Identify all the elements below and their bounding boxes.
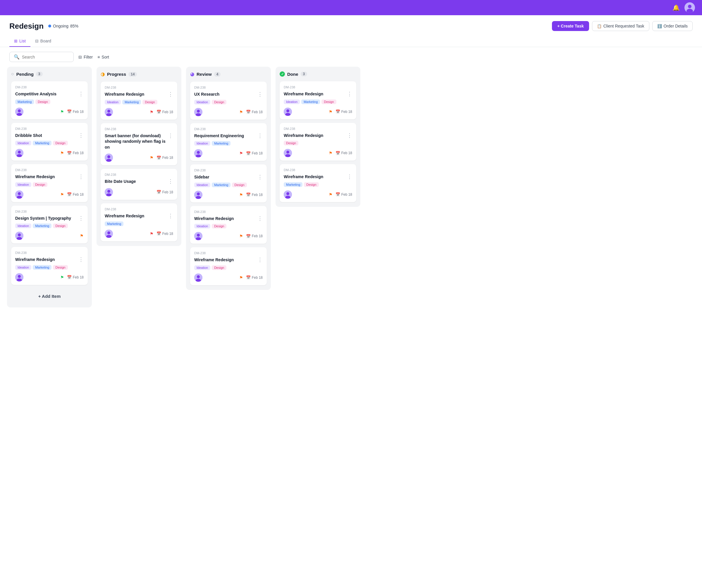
status-dot	[48, 25, 51, 27]
create-task-button[interactable]: + Create Task	[552, 21, 589, 31]
card-title: Wireframe Redesign	[105, 92, 144, 97]
column-count-done: 3	[301, 72, 308, 76]
calendar-icon: 📅	[246, 193, 251, 197]
tab-list[interactable]: ⊞ List	[9, 36, 30, 47]
card-id: DM-238	[105, 207, 173, 211]
task-card: DM-238 Competitive Analysis ⋮ MarketingD…	[11, 81, 88, 119]
tag-design: Design	[212, 224, 226, 228]
task-card: DM-238 Wireframe Redesign ⋮ IdeationMark…	[101, 82, 177, 120]
card-menu-button[interactable]: ⋮	[257, 174, 263, 180]
tag-design: Design	[232, 183, 247, 187]
search-box[interactable]: 🔍	[9, 52, 74, 62]
svg-point-52	[286, 192, 289, 195]
card-footer: ⚑ 📅Feb 18	[194, 108, 263, 116]
card-tags: IdeationMarketing	[194, 141, 263, 146]
card-title: Wireframe Redesign	[284, 91, 323, 97]
card-menu-button[interactable]: ⋮	[257, 133, 263, 138]
top-bar: 🔔	[0, 0, 702, 15]
card-id: DM-238	[284, 168, 352, 172]
briefcase-icon: 📋	[597, 24, 602, 28]
card-menu-button[interactable]: ⋮	[347, 174, 352, 179]
date-badge: 📅Feb 18	[156, 110, 173, 114]
tag-ideation: Ideation	[15, 141, 31, 145]
status-done-icon: ✓	[279, 72, 285, 77]
task-card: DM-238 Wireframe Redesign ⋮ IdeationDesi…	[190, 206, 267, 244]
column-title-review: Review	[197, 72, 212, 77]
card-meta: ⚑	[80, 233, 84, 238]
card-title-row: Wireframe Redesign ⋮	[105, 92, 173, 97]
tag-design: Design	[53, 265, 68, 270]
header-top: Redesign Ongoing 85% + Create Task 📋 Cli…	[9, 21, 693, 31]
card-title-row: Wireframe Redesign ⋮	[194, 257, 263, 263]
card-avatar	[15, 191, 23, 199]
card-menu-button[interactable]: ⋮	[347, 91, 352, 97]
card-title: Smart banner (for download) showing rand…	[105, 133, 165, 150]
project-title: Redesign	[9, 22, 43, 31]
column-title-progress: Progress	[107, 72, 126, 77]
flag-icon: ⚑	[239, 151, 243, 156]
task-card: DM-238 Design System | Typography ⋮ Idea…	[11, 206, 88, 244]
card-menu-button[interactable]: ⋮	[257, 92, 263, 97]
card-menu-button[interactable]: ⋮	[78, 133, 84, 138]
status-percent: 85%	[70, 24, 78, 28]
tag-marketing: Marketing	[33, 141, 51, 145]
card-id: DM-238	[15, 86, 84, 89]
card-avatar	[105, 153, 113, 162]
notification-icon[interactable]: 🔔	[673, 4, 680, 11]
card-avatar	[15, 108, 23, 116]
column-title-done: Done	[287, 72, 298, 77]
card-menu-button[interactable]: ⋮	[78, 174, 84, 179]
user-avatar[interactable]	[685, 2, 695, 13]
client-requested-button[interactable]: 📋 Client Requested Task	[592, 21, 649, 31]
card-menu-button[interactable]: ⋮	[78, 91, 84, 97]
card-title-row: Wireframe Redesign ⋮	[284, 91, 352, 97]
date-badge: 📅Feb 18	[156, 156, 173, 160]
card-avatar	[15, 232, 23, 240]
column-title-pending: Pending	[16, 72, 34, 77]
card-avatar	[105, 188, 113, 196]
tag-marketing: Marketing	[33, 265, 51, 270]
card-menu-button[interactable]: ⋮	[257, 216, 263, 221]
sort-button[interactable]: ≡ Sort	[97, 55, 109, 60]
search-input[interactable]	[22, 55, 69, 60]
board-area: ○ Pending 3 DM-238 Competitive Analysis …	[0, 67, 702, 315]
card-menu-button[interactable]: ⋮	[78, 216, 84, 221]
flag-icon: ⚑	[239, 275, 243, 280]
svg-point-4	[18, 109, 21, 112]
svg-point-7	[18, 151, 21, 153]
card-title-row: UX Research ⋮	[194, 92, 263, 97]
card-menu-button[interactable]: ⋮	[168, 213, 173, 219]
card-id: DM-238	[194, 127, 263, 131]
tab-board[interactable]: ⊟ Board	[30, 36, 56, 47]
card-menu-button[interactable]: ⋮	[78, 257, 84, 262]
order-details-button[interactable]: ℹ️ Order Details	[652, 21, 693, 31]
task-card: DM-238 Wireframe Redesign ⋮ Design ⚑ 📅Fe…	[279, 123, 356, 161]
tag-design: Design	[284, 141, 298, 145]
card-meta: 📅Feb 18	[156, 190, 173, 194]
tag-design: Design	[33, 182, 47, 187]
task-card: DM-238 Wireframe Redesign ⋮ Marketing ⚑ …	[101, 203, 177, 241]
card-id: DM-238	[15, 168, 84, 172]
card-avatar	[284, 149, 292, 157]
card-menu-button[interactable]: ⋮	[168, 133, 173, 138]
column-header-progress: ◑ Progress 14	[101, 72, 177, 77]
flag-icon: ⚑	[329, 151, 333, 155]
card-menu-button[interactable]: ⋮	[168, 179, 173, 184]
card-menu-button[interactable]: ⋮	[347, 133, 352, 138]
card-title-row: Bite Date Usage ⋮	[105, 179, 173, 185]
card-footer: ⚑ 📅Feb 18	[284, 108, 352, 116]
card-footer: ⚑ 📅Feb 18	[194, 273, 263, 282]
filter-button[interactable]: ⊟ Filter	[78, 55, 93, 60]
add-item-button[interactable]: + Add Item	[11, 289, 88, 303]
card-menu-button[interactable]: ⋮	[257, 257, 263, 262]
list-icon: ⊞	[14, 39, 17, 43]
card-title: Wireframe Redesign	[15, 174, 55, 180]
date-badge: 📅Feb 18	[246, 234, 263, 238]
flag-icon: ⚑	[239, 234, 243, 238]
card-title: Design System | Typography	[15, 216, 71, 221]
card-meta: ⚑ 📅Feb 18	[239, 193, 263, 197]
status-badge: Ongoing 85%	[48, 24, 78, 28]
card-id: DM-238	[105, 86, 173, 89]
card-menu-button[interactable]: ⋮	[168, 92, 173, 97]
task-card: DM-238 Wireframe Redesign ⋮ IdeationMark…	[11, 247, 88, 285]
